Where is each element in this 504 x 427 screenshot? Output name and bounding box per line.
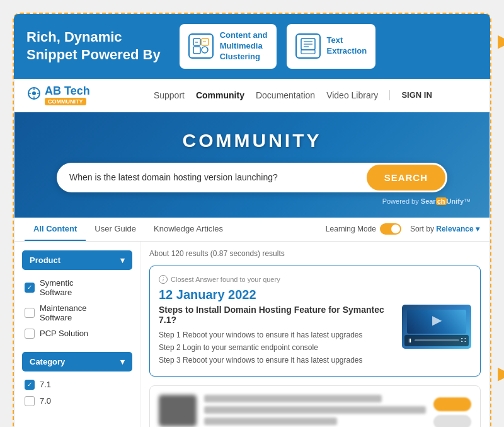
thumb-play-icon: ⏸ xyxy=(407,337,413,344)
second-thumb xyxy=(159,395,197,426)
category-chevron-icon: ▾ xyxy=(120,357,125,366)
feature-clustering: Content and Multimedia Clustering xyxy=(180,24,277,69)
hero-content: COMMUNITY SEARCH Powered by SearchUnify™ xyxy=(27,130,477,205)
feature-extraction-label: Text Extraction xyxy=(327,35,367,57)
banner-features: Content and Multimedia Clustering Text E… xyxy=(180,24,375,69)
checkbox-70[interactable] xyxy=(25,396,35,406)
blurred-title xyxy=(204,395,382,402)
category-label: Category xyxy=(30,357,65,366)
app-card: AB Tech COMMUNITY Support Community Docu… xyxy=(14,79,490,427)
filter-symentic[interactable]: ✓ SymenticSoftware xyxy=(22,275,132,300)
filter-maintenance-label: MaintenanceSoftware xyxy=(40,303,86,322)
sort-value[interactable]: Relevance ▾ xyxy=(436,225,479,233)
svg-rect-7 xyxy=(301,50,315,54)
nav-support[interactable]: Support xyxy=(154,90,185,100)
result-step-2: Step 2 Login to your semantic endpoint c… xyxy=(159,341,394,354)
product-label: Product xyxy=(30,255,60,265)
hero-section: COMMUNITY SEARCH Powered by SearchUnify™ xyxy=(14,112,490,218)
blurred-stars xyxy=(204,418,337,425)
filter-maintenance[interactable]: MaintenanceSoftware xyxy=(22,300,132,325)
toggle-knob xyxy=(391,225,400,233)
result-step-1: Step 1 Reboot your windows to ensure it … xyxy=(159,329,394,341)
navbar: AB Tech COMMUNITY Support Community Docu… xyxy=(14,79,490,112)
nav-signin[interactable]: SIGN IN xyxy=(401,90,432,100)
filter-symentic-label: SymenticSoftware xyxy=(40,278,73,297)
tabs-bar: All Content User Guide Knowledge Article… xyxy=(14,218,490,242)
brand-name: AB Tech xyxy=(45,85,90,97)
sort-by: Sort by Relevance ▾ xyxy=(410,225,479,233)
results-area: About 120 results (0.87 seconds) results… xyxy=(140,242,490,427)
product-filter-group: Product ▾ ✓ SymenticSoftware Maintenance… xyxy=(22,250,132,342)
nav-video-library[interactable]: Video Library xyxy=(326,90,378,100)
nav-community[interactable]: Community xyxy=(196,90,244,100)
progress-bar xyxy=(415,339,459,341)
filter-70[interactable]: 7.0 xyxy=(22,393,132,409)
tabs-right: Learning Mode Sort by Relevance ▾ xyxy=(326,223,479,235)
tab-user-guide[interactable]: User Guide xyxy=(86,218,145,241)
brand-logo: AB Tech COMMUNITY xyxy=(27,85,90,105)
nav-documentation[interactable]: Documentation xyxy=(256,90,315,100)
checkbox-symentic[interactable]: ✓ xyxy=(25,283,35,293)
blurred-action-btn xyxy=(433,397,471,411)
blurred-secondary-btn xyxy=(433,415,471,427)
second-result-card xyxy=(149,385,481,427)
category-filter-group: Category ▾ ✓ 7.1 7.0 xyxy=(22,352,132,409)
result-content-row: Steps to Install Domain Hosting Feature … xyxy=(159,305,471,367)
nav-links: Support Community Documentation Video Li… xyxy=(109,90,477,100)
thumb-overlay: ⏸ ⛶ xyxy=(404,335,469,346)
filter-70-label: 7.0 xyxy=(40,396,51,406)
svg-rect-2 xyxy=(193,47,200,54)
powered-by: Powered by SearchUnify™ xyxy=(27,197,477,205)
main-columns: Product ▾ ✓ SymenticSoftware Maintenance… xyxy=(14,242,490,427)
search-button[interactable]: SEARCH xyxy=(367,165,445,190)
checkbox-71[interactable]: ✓ xyxy=(25,380,35,390)
info-icon: i xyxy=(159,275,168,284)
second-text xyxy=(204,395,426,427)
top-banner: Rich, Dynamic Snippet Powered By Co xyxy=(14,14,490,79)
arrow-right-bottom-indicator: ▶ xyxy=(498,364,504,383)
learning-mode-label: Learning Mode xyxy=(326,225,376,233)
feature-clustering-label: Content and Multimedia Clustering xyxy=(220,30,268,62)
brand-tag: COMMUNITY xyxy=(45,98,86,105)
extraction-icon xyxy=(295,33,321,59)
clustering-icon xyxy=(188,33,214,59)
filter-71-label: 7.1 xyxy=(40,380,51,389)
sidebar-filters: Product ▾ ✓ SymenticSoftware Maintenance… xyxy=(14,242,140,427)
result-title[interactable]: Steps to Install Domain Hosting Feature … xyxy=(159,305,394,325)
featured-result-card: i Closest Answer found to your query 12 … xyxy=(149,266,481,377)
blurred-subtitle xyxy=(204,406,426,414)
tab-knowledge-articles[interactable]: Knowledge Articles xyxy=(145,218,232,241)
svg-point-12 xyxy=(32,91,36,95)
feature-extraction: Text Extraction xyxy=(287,24,376,69)
banner-title: Rich, Dynamic Snippet Powered By xyxy=(26,28,161,64)
learning-mode: Learning Mode xyxy=(326,223,401,235)
product-filter-header[interactable]: Product ▾ xyxy=(22,250,132,270)
closest-answer-label: i Closest Answer found to your query xyxy=(159,275,471,284)
result-step-3: Step 3 Reboot your windows to ensure it … xyxy=(159,354,394,366)
result-text: Steps to Install Domain Hosting Feature … xyxy=(159,305,394,367)
learning-mode-toggle[interactable] xyxy=(380,223,401,235)
result-thumbnail: ▶ ⏸ ⛶ xyxy=(402,305,471,349)
svg-point-3 xyxy=(202,47,208,53)
search-input[interactable] xyxy=(57,163,365,192)
filter-pcp-label: PCP Solution xyxy=(40,329,88,338)
checkbox-pcp[interactable] xyxy=(25,329,35,339)
tab-all-content[interactable]: All Content xyxy=(25,218,86,241)
arrow-right-top-indicator: ▶ xyxy=(498,32,504,51)
search-bar: SEARCH xyxy=(57,163,447,192)
nav-divider xyxy=(389,90,390,100)
checkbox-maintenance[interactable] xyxy=(25,308,35,318)
result-date: 12 January 2022 xyxy=(159,288,471,302)
category-filter-header[interactable]: Category ▾ xyxy=(22,352,132,371)
hero-title: COMMUNITY xyxy=(27,130,477,151)
filter-pcp[interactable]: PCP Solution xyxy=(22,325,132,342)
brand-icon xyxy=(27,86,41,103)
results-count: About 120 results (0.87 seconds) results xyxy=(149,249,481,258)
product-chevron-icon: ▾ xyxy=(120,255,125,265)
filter-71[interactable]: ✓ 7.1 xyxy=(22,377,132,393)
